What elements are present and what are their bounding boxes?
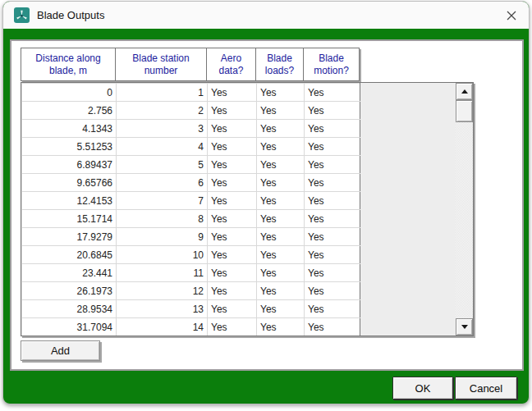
vertical-scrollbar[interactable] xyxy=(456,83,473,336)
cell-station[interactable]: 11 xyxy=(117,264,208,282)
cell-loads[interactable]: Yes xyxy=(257,264,305,282)
table-row: 20.684510YesYesYes xyxy=(22,246,360,264)
blade-stations-table: 01YesYesYes2.7562YesYesYes4.13433YesYesY… xyxy=(21,83,360,336)
cell-motion[interactable]: Yes xyxy=(305,102,360,120)
cell-aero[interactable]: Yes xyxy=(208,228,257,246)
cell-motion[interactable]: Yes xyxy=(305,210,360,228)
cell-distance[interactable]: 6.89437 xyxy=(22,156,117,174)
cell-distance[interactable]: 17.9279 xyxy=(22,228,117,246)
cell-loads[interactable]: Yes xyxy=(257,210,305,228)
cell-distance[interactable]: 4.1343 xyxy=(22,120,117,138)
cell-loads[interactable]: Yes xyxy=(257,192,305,210)
table-row: 23.44111YesYesYes xyxy=(22,264,360,282)
cell-aero[interactable]: Yes xyxy=(208,282,257,300)
cell-aero[interactable]: Yes xyxy=(208,120,257,138)
cell-motion[interactable]: Yes xyxy=(305,228,360,246)
cell-loads[interactable]: Yes xyxy=(257,156,305,174)
cell-station[interactable]: 8 xyxy=(117,210,208,228)
cell-motion[interactable]: Yes xyxy=(305,120,360,138)
cell-distance[interactable]: 28.9534 xyxy=(22,300,117,318)
cell-motion[interactable]: Yes xyxy=(305,174,360,192)
cell-distance[interactable]: 2.756 xyxy=(22,102,117,120)
title-bar[interactable]: Blade Outputs xyxy=(3,2,529,29)
column-header: Distance along blade, m xyxy=(21,48,116,81)
column-header: Blade station number xyxy=(116,48,207,81)
cell-loads[interactable]: Yes xyxy=(257,84,305,102)
cell-aero[interactable]: Yes xyxy=(208,174,257,192)
cell-motion[interactable]: Yes xyxy=(305,156,360,174)
cell-distance[interactable]: 15.1714 xyxy=(22,210,117,228)
cell-station[interactable]: 4 xyxy=(117,138,208,156)
cell-motion[interactable]: Yes xyxy=(305,264,360,282)
cell-station[interactable]: 5 xyxy=(117,156,208,174)
table-row: 4.13433YesYesYes xyxy=(22,120,360,138)
cell-loads[interactable]: Yes xyxy=(257,282,305,300)
table-row: 01YesYesYes xyxy=(22,84,360,102)
cell-motion[interactable]: Yes xyxy=(305,300,360,318)
cancel-button[interactable]: Cancel xyxy=(455,377,517,400)
cell-loads[interactable]: Yes xyxy=(257,300,305,318)
cell-aero[interactable]: Yes xyxy=(208,210,257,228)
cell-distance[interactable]: 31.7094 xyxy=(22,318,117,336)
table-row: 6.894375YesYesYes xyxy=(22,156,360,174)
cell-motion[interactable]: Yes xyxy=(305,138,360,156)
cell-station[interactable]: 14 xyxy=(117,318,208,336)
cell-station[interactable]: 13 xyxy=(117,300,208,318)
scrollbar-thumb[interactable] xyxy=(456,100,473,122)
cell-distance[interactable]: 9.65766 xyxy=(22,174,117,192)
cell-aero[interactable]: Yes xyxy=(208,102,257,120)
cell-aero[interactable]: Yes xyxy=(208,318,257,336)
cell-distance[interactable]: 12.4153 xyxy=(22,192,117,210)
cell-loads[interactable]: Yes xyxy=(257,102,305,120)
grid-body-rows: 01YesYesYes2.7562YesYesYes4.13433YesYesY… xyxy=(22,84,360,336)
table-row: 31.709414YesYesYes xyxy=(22,318,360,336)
content-panel: Distance along blade, mBlade station num… xyxy=(10,39,524,371)
up-arrow-icon xyxy=(461,89,468,94)
cell-motion[interactable]: Yes xyxy=(305,192,360,210)
scroll-down-button[interactable] xyxy=(456,318,473,336)
cell-motion[interactable]: Yes xyxy=(305,282,360,300)
cell-aero[interactable]: Yes xyxy=(208,246,257,264)
cell-station[interactable]: 2 xyxy=(117,102,208,120)
cell-station[interactable]: 12 xyxy=(117,282,208,300)
table-row: 17.92799YesYesYes xyxy=(22,228,360,246)
cell-station[interactable]: 9 xyxy=(117,228,208,246)
cell-station[interactable]: 10 xyxy=(117,246,208,264)
turbine-icon xyxy=(14,7,30,23)
cell-distance[interactable]: 26.1973 xyxy=(22,282,117,300)
cell-aero[interactable]: Yes xyxy=(208,138,257,156)
cell-station[interactable]: 7 xyxy=(117,192,208,210)
cell-aero[interactable]: Yes xyxy=(208,264,257,282)
cell-motion[interactable]: Yes xyxy=(305,84,360,102)
add-button[interactable]: Add xyxy=(21,340,100,361)
cell-distance[interactable]: 5.51253 xyxy=(22,138,117,156)
column-header: Blade loads? xyxy=(256,48,304,81)
table-row: 15.17148YesYesYes xyxy=(22,210,360,228)
column-header: Blade motion? xyxy=(304,48,360,81)
grid-header-row: Distance along blade, mBlade station num… xyxy=(21,48,360,81)
cell-motion[interactable]: Yes xyxy=(305,246,360,264)
scroll-up-button[interactable] xyxy=(456,83,473,100)
cell-aero[interactable]: Yes xyxy=(208,300,257,318)
cell-station[interactable]: 3 xyxy=(117,120,208,138)
cell-loads[interactable]: Yes xyxy=(257,120,305,138)
table-row: 26.197312YesYesYes xyxy=(22,282,360,300)
cell-loads[interactable]: Yes xyxy=(257,318,305,336)
cell-loads[interactable]: Yes xyxy=(257,138,305,156)
table-row: 28.953413YesYesYes xyxy=(22,300,360,318)
cell-distance[interactable]: 20.6845 xyxy=(22,246,117,264)
cell-station[interactable]: 6 xyxy=(117,174,208,192)
table-row: 5.512534YesYesYes xyxy=(22,138,360,156)
close-icon[interactable] xyxy=(494,2,529,29)
cell-aero[interactable]: Yes xyxy=(208,156,257,174)
cell-loads[interactable]: Yes xyxy=(257,246,305,264)
cell-station[interactable]: 1 xyxy=(117,84,208,102)
cell-motion[interactable]: Yes xyxy=(305,318,360,336)
cell-aero[interactable]: Yes xyxy=(208,192,257,210)
cell-aero[interactable]: Yes xyxy=(208,84,257,102)
ok-button[interactable]: OK xyxy=(392,377,453,400)
cell-loads[interactable]: Yes xyxy=(257,228,305,246)
cell-loads[interactable]: Yes xyxy=(257,174,305,192)
cell-distance[interactable]: 0 xyxy=(22,84,117,102)
cell-distance[interactable]: 23.441 xyxy=(22,264,117,282)
